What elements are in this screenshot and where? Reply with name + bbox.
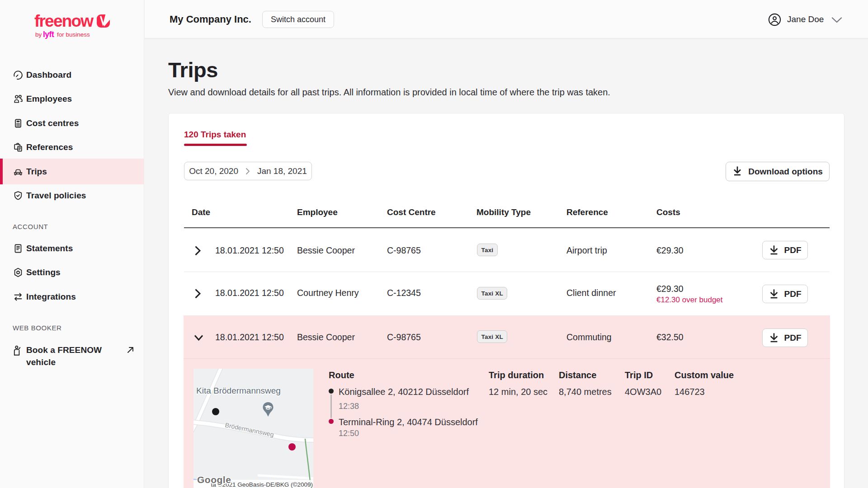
svg-text:lyft: lyft xyxy=(43,30,54,39)
svg-text:for business: for business xyxy=(57,31,90,38)
svg-text:freenow: freenow xyxy=(34,14,94,30)
svg-text:by: by xyxy=(35,31,42,38)
